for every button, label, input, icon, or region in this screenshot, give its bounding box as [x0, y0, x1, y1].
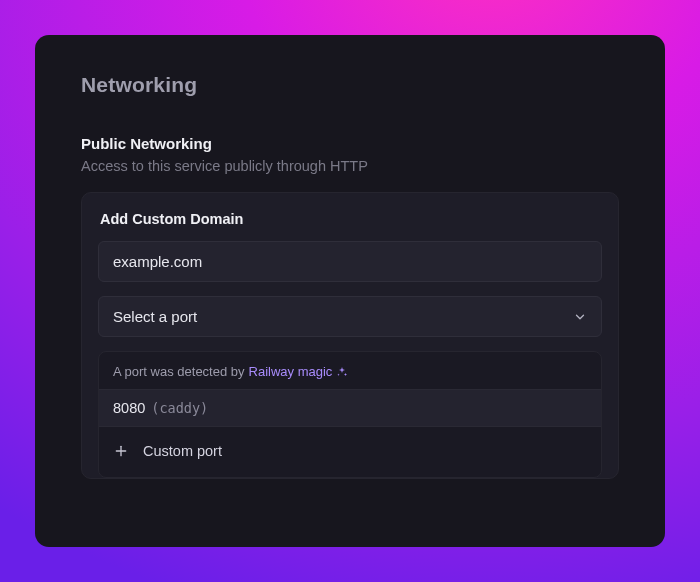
add-custom-domain-title: Add Custom Domain: [98, 211, 602, 227]
domain-input[interactable]: [98, 241, 602, 282]
port-option-meta: (caddy): [151, 400, 208, 416]
plus-icon: [113, 443, 129, 459]
port-detected-message: A port was detected by Railway magic: [99, 352, 601, 389]
railway-magic-link[interactable]: Railway magic: [249, 364, 349, 379]
port-select[interactable]: Select a port: [98, 296, 602, 337]
networking-panel: Networking Public Networking Access to t…: [35, 35, 665, 547]
chevron-down-icon: [573, 310, 587, 324]
sparkle-icon: [336, 366, 348, 378]
railway-magic-link-label: Railway magic: [249, 364, 333, 379]
port-dropdown: A port was detected by Railway magic 808…: [98, 351, 602, 478]
port-detected-prefix: A port was detected by: [113, 364, 245, 379]
public-networking-heading: Public Networking: [81, 135, 619, 152]
section-title: Networking: [81, 73, 619, 97]
port-option[interactable]: 8080 (caddy): [99, 389, 601, 427]
public-networking-block: Public Networking Access to this service…: [81, 135, 619, 174]
add-custom-domain-card: Add Custom Domain Select a port A port w…: [81, 192, 619, 479]
custom-port-label: Custom port: [143, 443, 222, 459]
port-option-port: 8080: [113, 400, 145, 416]
public-networking-description: Access to this service publicly through …: [81, 158, 619, 174]
port-select-label: Select a port: [113, 308, 197, 325]
custom-port-option[interactable]: Custom port: [99, 427, 601, 477]
